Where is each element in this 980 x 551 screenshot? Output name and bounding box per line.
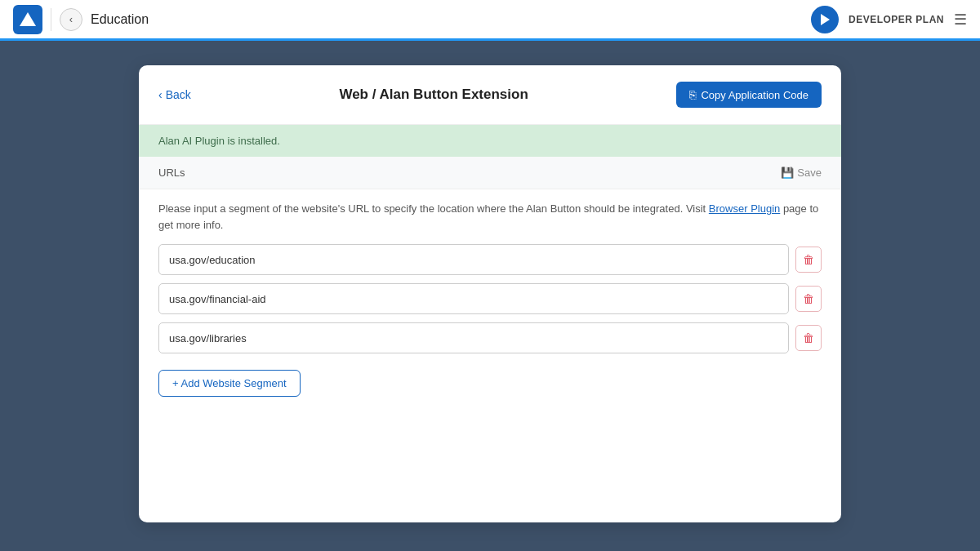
copy-icon: ⎘ (689, 88, 696, 101)
nav-back-button[interactable]: ‹ (60, 8, 82, 31)
add-segment-area: + Add Website Segment (139, 353, 841, 413)
urls-header: URLs 💾 Save (139, 157, 841, 189)
success-banner: Alan AI Plugin is installed. (139, 125, 841, 157)
url-row: 🗑 (158, 283, 822, 314)
url-description: Please input a segment of the website's … (139, 189, 841, 244)
url-input-1[interactable] (158, 244, 789, 275)
card-title: Web / Alan Button Extension (339, 87, 528, 103)
card-header: ‹ Back Web / Alan Button Extension ⎘ Cop… (139, 65, 841, 125)
success-message: Alan AI Plugin is installed. (158, 135, 280, 147)
logo-triangle (20, 12, 36, 26)
trash-icon-2: 🗑 (803, 292, 814, 305)
play-icon (821, 14, 830, 25)
hamburger-menu-icon[interactable]: ☰ (954, 11, 967, 29)
main-card: ‹ Back Web / Alan Button Extension ⎘ Cop… (139, 65, 841, 522)
url-row: 🗑 (158, 244, 822, 275)
url-row: 🗑 (158, 322, 822, 353)
delete-url-1-button[interactable]: 🗑 (795, 247, 822, 273)
save-button[interactable]: 💾 Save (781, 167, 822, 179)
nav-left: ‹ Education (13, 5, 149, 34)
delete-url-3-button[interactable]: 🗑 (795, 325, 822, 351)
save-icon: 💾 (781, 167, 794, 179)
trash-icon-3: 🗑 (803, 331, 814, 344)
url-inputs-container: 🗑 🗑 🗑 (139, 244, 841, 353)
trash-icon-1: 🗑 (803, 253, 814, 266)
logo-icon[interactable] (13, 5, 42, 34)
back-link[interactable]: ‹ Back (158, 88, 191, 101)
browser-plugin-link[interactable]: Browser Plugin (709, 202, 780, 215)
description-text: Please input a segment of the website's … (158, 202, 709, 215)
nav-divider (51, 8, 51, 31)
play-button[interactable] (811, 6, 839, 33)
copy-button-label: Copy Application Code (701, 89, 808, 101)
nav-title: Education (91, 12, 149, 27)
nav-right: DEVELOPER PLAN ☰ (811, 6, 967, 33)
urls-label: URLs (158, 167, 185, 179)
url-input-2[interactable] (158, 283, 789, 314)
main-content: ‹ Back Web / Alan Button Extension ⎘ Cop… (0, 41, 980, 551)
top-navigation: ‹ Education DEVELOPER PLAN ☰ (0, 0, 980, 41)
urls-section: URLs 💾 Save Please input a segment of th… (139, 157, 841, 413)
chevron-left-icon: ‹ (158, 88, 163, 101)
url-input-3[interactable] (158, 322, 789, 353)
copy-application-code-button[interactable]: ⎘ Copy Application Code (676, 82, 822, 108)
back-link-label: Back (166, 88, 191, 101)
save-label: Save (797, 167, 822, 179)
add-website-segment-button[interactable]: + Add Website Segment (158, 370, 301, 397)
delete-url-2-button[interactable]: 🗑 (795, 286, 822, 312)
developer-plan-button[interactable]: DEVELOPER PLAN (849, 14, 944, 25)
